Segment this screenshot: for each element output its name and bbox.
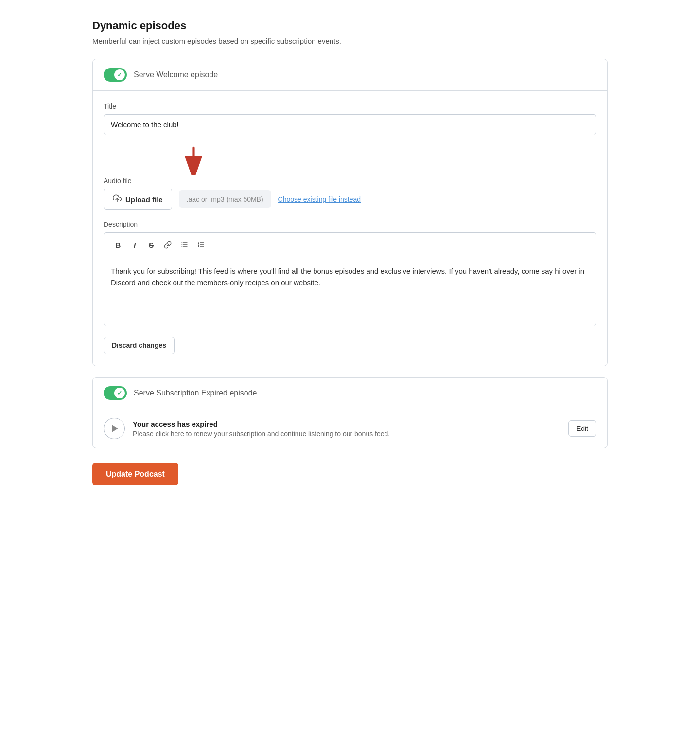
expired-episode-desc: Please click here to renew your subscrip… xyxy=(133,430,560,438)
audio-label: Audio file xyxy=(104,177,596,185)
welcome-card-body: Title Audio file xyxy=(93,91,607,366)
expired-episode-title: Your access has expired xyxy=(133,420,560,428)
strikethrough-button[interactable]: S xyxy=(144,238,158,252)
description-label: Description xyxy=(104,221,596,228)
bullet-list-button[interactable] xyxy=(177,238,192,252)
description-editor: B I S xyxy=(104,232,596,326)
expired-toggle-check-icon: ✓ xyxy=(117,390,122,396)
choose-existing-button[interactable]: Choose existing file instead xyxy=(278,195,361,203)
welcome-toggle[interactable]: ✓ xyxy=(104,68,127,82)
file-hint: .aac or .mp3 (max 50MB) xyxy=(179,190,271,208)
upload-row: Upload file .aac or .mp3 (max 50MB) Choo… xyxy=(104,189,596,210)
expired-card-body: Your access has expired Please click her… xyxy=(93,409,607,448)
editor-toolbar: B I S xyxy=(104,233,596,257)
discard-changes-button[interactable]: Discard changes xyxy=(104,337,175,354)
toggle-thumb: ✓ xyxy=(114,69,125,80)
section-subtitle: Memberful can inject custom episodes bas… xyxy=(92,37,608,45)
upload-icon xyxy=(113,194,122,205)
expired-episode-info: Your access has expired Please click her… xyxy=(133,420,560,438)
title-label: Title xyxy=(104,103,596,110)
link-button[interactable] xyxy=(160,238,175,252)
play-icon xyxy=(112,425,118,432)
upload-btn-label: Upload file xyxy=(125,195,163,204)
expired-card-header: ✓ Serve Subscription Expired episode xyxy=(93,378,607,409)
edit-episode-button[interactable]: Edit xyxy=(568,420,596,437)
expired-episode-card: ✓ Serve Subscription Expired episode You… xyxy=(92,377,608,448)
welcome-card-header: ✓ Serve Welcome episode xyxy=(93,59,607,91)
title-field-group: Title xyxy=(104,103,596,146)
description-section: Description B I S xyxy=(104,221,596,326)
audio-section: Audio file Upload file .aac or .mp3 (max xyxy=(104,177,596,210)
page-section: Dynamic episodes Memberful can inject cu… xyxy=(92,19,608,485)
welcome-toggle-label: Serve Welcome episode xyxy=(134,70,218,79)
expired-toggle-label: Serve Subscription Expired episode xyxy=(134,389,257,397)
expired-toggle-track[interactable]: ✓ xyxy=(104,386,127,400)
expired-episode-row: Your access has expired Please click her… xyxy=(104,418,596,439)
section-title: Dynamic episodes xyxy=(92,19,608,32)
toggle-check-icon: ✓ xyxy=(117,71,122,78)
title-input[interactable] xyxy=(104,114,596,135)
toggle-track[interactable]: ✓ xyxy=(104,68,127,82)
expired-toggle[interactable]: ✓ xyxy=(104,386,127,400)
play-button[interactable] xyxy=(104,418,125,439)
description-content[interactable]: Thank you for subscribing! This feed is … xyxy=(104,257,596,326)
ordered-list-button[interactable] xyxy=(193,238,208,252)
arrow-indicator xyxy=(104,146,596,175)
down-arrow-icon xyxy=(181,146,206,175)
expired-toggle-thumb: ✓ xyxy=(114,388,125,398)
welcome-episode-card: ✓ Serve Welcome episode Title xyxy=(92,59,608,366)
italic-button[interactable]: I xyxy=(127,238,142,252)
bold-button[interactable]: B xyxy=(111,238,125,252)
upload-file-button[interactable]: Upload file xyxy=(104,189,172,210)
update-podcast-button[interactable]: Update Podcast xyxy=(92,463,178,485)
